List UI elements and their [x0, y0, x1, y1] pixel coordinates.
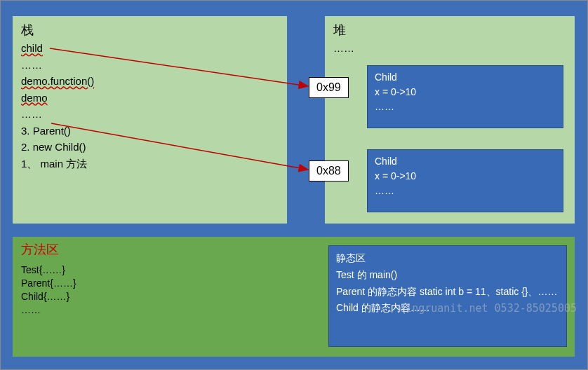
obj-rest: …… [375, 184, 556, 198]
address-label: 0x88 [309, 160, 349, 181]
heap-object: Child x = 0->10 …… [367, 65, 563, 128]
method-area-region: 方法区 Test{……} Parent{……} Child{……} …… 静态区… [11, 235, 576, 358]
stack-title: 栈 [21, 22, 279, 39]
heap-prefix: …… [333, 41, 566, 55]
stack-item: demo [21, 92, 48, 104]
memory-diagram: 栈 child …… demo.function() demo …… 3. Pa… [0, 0, 588, 370]
stack-item: 1、 main 方法 [21, 157, 279, 171]
obj-field: x = 0->10 [375, 85, 556, 100]
stack-item: 3. Parent() [21, 124, 279, 138]
heap-region: 堆 …… Child x = 0->10 …… Child x = 0->10 … [323, 15, 576, 225]
stack-region: 栈 child …… demo.function() demo …… 3. Pa… [11, 15, 288, 225]
static-area-title: 静态区 [336, 250, 559, 267]
heap-title: 堆 [333, 22, 566, 39]
stack-item: …… [21, 107, 279, 121]
address-label: 0x99 [309, 77, 349, 98]
watermark: qingruanit.net 0532-85025005 [399, 302, 577, 315]
obj-rest: …… [375, 100, 556, 114]
obj-name: Child [375, 154, 556, 169]
stack-item: 2. new Child() [21, 140, 279, 154]
static-line: Test 的 main() [336, 267, 559, 284]
static-line: Parent 的静态内容 static int b = 11、static {}… [336, 284, 559, 301]
stack-item: …… [21, 58, 279, 72]
obj-field: x = 0->10 [375, 169, 556, 184]
stack-item: child [21, 42, 43, 54]
static-area-region: 静态区 Test 的 main() Parent 的静态内容 static in… [328, 245, 567, 347]
obj-name: Child [375, 70, 556, 85]
heap-object: Child x = 0->10 …… [367, 149, 563, 212]
stack-item: demo.function() [21, 75, 94, 87]
